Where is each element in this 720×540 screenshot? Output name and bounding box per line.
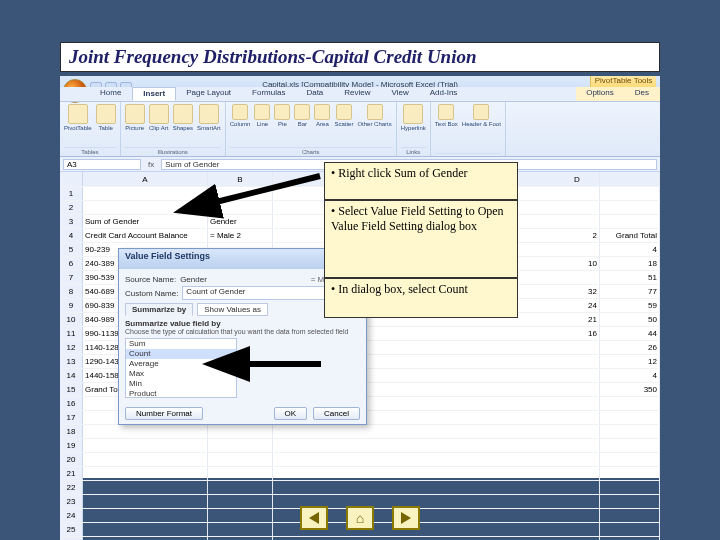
cell[interactable] [600,439,660,453]
cell[interactable] [83,187,208,201]
cell[interactable] [208,467,273,481]
row-head[interactable]: 10 [60,313,83,327]
cell[interactable]: 18 [600,257,660,271]
cell[interactable]: 24 [555,299,600,313]
nav-prev[interactable] [300,506,328,530]
opt-min[interactable]: Min [126,379,236,389]
cell[interactable] [208,481,273,495]
cell[interactable] [273,481,556,495]
opt-average[interactable]: Average [126,359,236,369]
nav-home[interactable]: ⌂ [346,506,374,530]
row-head[interactable]: 11 [60,327,83,341]
row-head[interactable]: 5 [60,243,83,257]
cell[interactable] [555,453,600,467]
tab-design[interactable]: Des [625,87,660,101]
col-A[interactable]: A [83,172,208,187]
cell[interactable] [600,481,660,495]
cell[interactable]: 51 [600,271,660,285]
tab-formulas[interactable]: Formulas [242,87,296,101]
row-head[interactable]: 13 [60,355,83,369]
row-head[interactable]: 16 [60,397,83,411]
ribbon-textbox[interactable]: Text Box [435,104,458,127]
cell[interactable] [555,467,600,481]
row-head[interactable]: 9 [60,299,83,313]
cell[interactable] [83,439,208,453]
ribbon-column[interactable]: Column [230,104,251,127]
cell[interactable] [555,271,600,285]
cell[interactable] [600,187,660,201]
tab-data[interactable]: Data [296,87,334,101]
tab-options[interactable]: Options [576,87,625,101]
cell[interactable] [600,411,660,425]
tab-review[interactable]: Review [334,87,381,101]
cell[interactable]: 44 [600,327,660,341]
tab-page-layout[interactable]: Page Layout [176,87,242,101]
calc-type-listbox[interactable]: Sum Count Average Max Min Product [125,338,237,398]
opt-max[interactable]: Max [126,369,236,379]
cell[interactable]: Sum of Gender [83,215,208,229]
row-head[interactable]: 12 [60,341,83,355]
dialog-tab-showvalues[interactable]: Show Values as [197,303,268,316]
row-head[interactable]: 18 [60,425,83,439]
row-head[interactable]: 26 [60,537,83,541]
cell[interactable] [273,467,556,481]
row-head[interactable]: 15 [60,383,83,397]
cell[interactable] [83,481,208,495]
cell[interactable] [273,439,556,453]
cell[interactable] [600,467,660,481]
row-head[interactable]: 14 [60,369,83,383]
name-box[interactable]: A3 [63,159,141,170]
ribbon-table[interactable]: Table [96,104,116,131]
cell[interactable] [600,453,660,467]
cell[interactable]: Gender [208,215,273,229]
cell[interactable] [555,369,600,383]
opt-count[interactable]: Count [126,349,236,359]
cell[interactable]: 50 [600,313,660,327]
cell[interactable]: 32 [555,285,600,299]
cell[interactable] [208,537,273,541]
ribbon-clipart[interactable]: Clip Art [149,104,169,131]
cell[interactable] [555,243,600,257]
row-head[interactable]: 2 [60,201,83,215]
row-head[interactable]: 22 [60,481,83,495]
cell[interactable]: 4 [600,243,660,257]
row-head[interactable]: 4 [60,229,83,243]
cell[interactable]: 2 [555,229,600,243]
col-B[interactable]: B [208,172,273,187]
ribbon-area[interactable]: Area [314,104,330,127]
cell[interactable] [83,453,208,467]
cell[interactable]: 12 [600,355,660,369]
cancel-button[interactable]: Cancel [313,407,360,420]
cell[interactable] [555,481,600,495]
nav-next[interactable] [392,506,420,530]
cell[interactable]: 21 [555,313,600,327]
ribbon-line[interactable]: Line [254,104,270,127]
cell[interactable] [555,187,600,201]
ribbon-smartart[interactable]: SmartArt [197,104,221,131]
row-head[interactable]: 19 [60,439,83,453]
cell[interactable] [83,537,208,541]
cell[interactable] [83,467,208,481]
cell[interactable] [273,453,556,467]
cell[interactable]: 10 [555,257,600,271]
number-format-button[interactable]: Number Format [125,407,203,420]
cell[interactable]: 59 [600,299,660,313]
cell[interactable] [83,201,208,215]
col-D[interactable]: D [555,172,600,187]
ok-button[interactable]: OK [274,407,308,420]
row-head[interactable]: 3 [60,215,83,229]
cell[interactable]: = Male 2 [208,229,273,243]
dialog-tab-summarize[interactable]: Summarize by [125,303,193,316]
cell[interactable] [555,397,600,411]
cell[interactable] [555,439,600,453]
tab-addins[interactable]: Add-Ins [420,87,469,101]
cell[interactable]: Credit Card Account Balance [83,229,208,243]
cell[interactable] [208,187,273,201]
cell[interactable] [555,537,600,541]
row-head[interactable]: 17 [60,411,83,425]
cell[interactable] [83,425,208,439]
ribbon-othercharts[interactable]: Other Charts [357,104,391,127]
cell[interactable] [555,201,600,215]
cell[interactable] [208,439,273,453]
ribbon-headerfooter[interactable]: Header & Foot [462,104,501,127]
